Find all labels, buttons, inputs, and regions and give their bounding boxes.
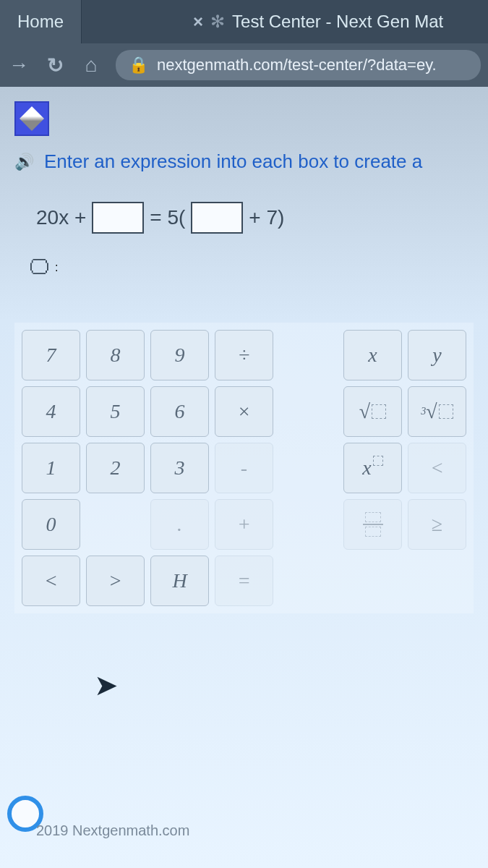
drawing-tool-button[interactable] <box>14 101 49 136</box>
tab-test-center[interactable]: × ✻ Test Center - Next Gen Mat <box>176 0 461 43</box>
key-nthroot[interactable]: 3√ <box>408 386 466 437</box>
key-minus[interactable]: - <box>215 443 273 493</box>
url-text: nextgenmath.com/test-center/?data=ey. <box>157 56 437 75</box>
key-9[interactable]: 9 <box>150 330 209 380</box>
key-backspace[interactable]: H <box>150 556 209 606</box>
key-8[interactable]: 8 <box>86 330 145 380</box>
key-2[interactable]: 2 <box>86 443 145 493</box>
key-angle-right[interactable]: > <box>86 556 145 606</box>
footer-copyright: 2019 Nextgenmath.com <box>36 822 189 839</box>
key-plus[interactable]: + <box>215 499 273 550</box>
url-bar[interactable]: 🔒 nextgenmath.com/test-center/?data=ey. <box>116 50 481 80</box>
cursor-icon: ➤ <box>94 668 119 702</box>
expression-input-1[interactable] <box>92 202 144 234</box>
speaker-icon[interactable]: 🔊 <box>14 153 34 171</box>
key-0[interactable]: 0 <box>22 499 80 550</box>
equation-mid: = 5( <box>150 206 185 229</box>
key-4[interactable]: 4 <box>22 386 80 437</box>
key-sqrt[interactable]: √ <box>343 386 402 437</box>
chat-icon: 🖵 <box>29 255 49 279</box>
math-keypad: 7 8 9 ÷ x y 4 5 6 × √ 3√ 1 2 3 - x < 0 .… <box>14 323 474 613</box>
chat-colon: : <box>55 261 58 274</box>
key-x[interactable]: x <box>343 330 402 380</box>
key-gte[interactable]: ≥ <box>408 499 466 550</box>
equation-left: 20x + <box>36 206 86 229</box>
tab-home-label: Home <box>17 12 64 32</box>
key-1[interactable]: 1 <box>22 443 80 493</box>
key-7[interactable]: 7 <box>22 330 80 380</box>
key-3[interactable]: 3 <box>150 443 209 493</box>
tab-test-label: Test Center - Next Gen Mat <box>232 12 443 32</box>
equation-row: 20x + = 5( + 7) <box>36 202 474 234</box>
instruction-text: Enter an expression into each box to cre… <box>44 150 422 173</box>
key-5[interactable]: 5 <box>86 386 145 437</box>
reload-button[interactable]: ↻ <box>43 54 67 77</box>
lock-icon: 🔒 <box>129 56 148 75</box>
pencil-icon <box>20 106 44 131</box>
tab-home[interactable]: Home <box>0 0 82 43</box>
close-tab-icon[interactable]: × <box>193 12 203 32</box>
key-multiply[interactable]: × <box>215 386 273 437</box>
home-button[interactable]: ⌂ <box>80 54 103 77</box>
chat-row[interactable]: 🖵 : <box>29 255 474 279</box>
favicon-icon: ✻ <box>210 12 225 32</box>
key-decimal[interactable]: . <box>150 499 209 550</box>
key-6[interactable]: 6 <box>150 386 209 437</box>
key-lessthan[interactable]: < <box>408 443 466 493</box>
page-content: 🔊 Enter an expression into each box to c… <box>0 87 488 868</box>
key-fraction[interactable] <box>343 499 402 550</box>
key-y[interactable]: y <box>408 330 466 380</box>
key-exponent[interactable]: x <box>343 443 402 493</box>
equation-right: + 7) <box>249 206 284 229</box>
key-equals[interactable]: = <box>215 556 273 606</box>
key-angle-left[interactable]: < <box>22 556 80 606</box>
key-divide[interactable]: ÷ <box>215 330 273 380</box>
expression-input-2[interactable] <box>191 202 243 234</box>
forward-button[interactable]: → <box>7 54 30 77</box>
